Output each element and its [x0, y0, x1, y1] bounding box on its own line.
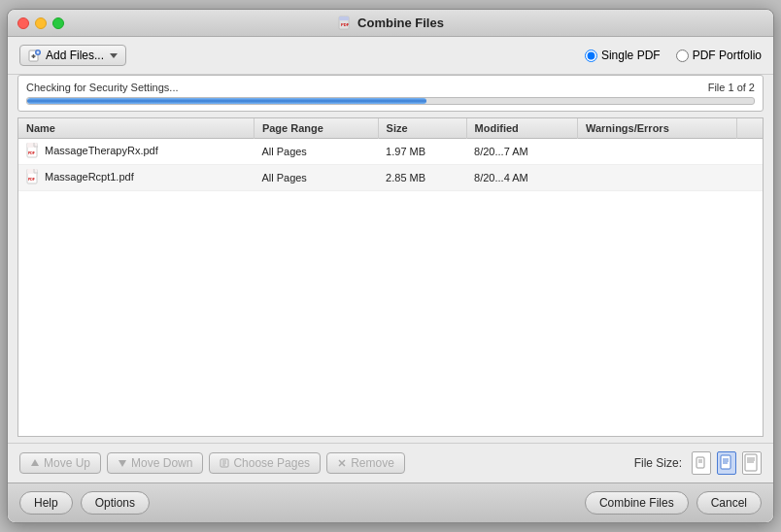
cell-page-range: All Pages [254, 139, 378, 165]
choose-pages-icon [220, 458, 229, 468]
progress-status: Checking for Security Settings... [26, 82, 179, 93]
pdf-file-icon: PDF [26, 169, 40, 184]
footer-left-buttons: Help Options [19, 491, 150, 515]
cell-name: PDF MassageRcpt1.pdf [18, 165, 254, 191]
action-buttons-group: Move Up Move Down Choose Pages [19, 452, 405, 474]
add-files-label: Add Files... [46, 49, 104, 62]
size-large-button[interactable] [742, 451, 762, 475]
add-files-dropdown-arrow[interactable] [110, 53, 118, 58]
svg-marker-15 [31, 459, 39, 466]
cancel-button[interactable]: Cancel [696, 491, 762, 515]
footer-right-buttons: Combine Files Cancel [585, 491, 762, 515]
progress-header: Checking for Security Settings... File 1… [26, 82, 755, 93]
title-bar: PDF Combine Files [8, 10, 773, 37]
col-name[interactable]: Name [18, 118, 254, 139]
file-table-container[interactable]: Name Page Range Size Modified Warnings/E… [17, 117, 764, 437]
cell-modified: 8/20...7 AM [466, 139, 577, 165]
progress-bar-container [26, 97, 755, 105]
move-down-button[interactable]: Move Down [107, 452, 203, 474]
col-extra [737, 118, 763, 139]
size-medium-button[interactable] [717, 451, 736, 475]
col-warnings[interactable]: Warnings/Errors [577, 118, 736, 139]
output-type-group: Single PDF PDF Portfolio [585, 49, 762, 62]
table-row[interactable]: PDF MassageTherapyRx.pdf All Pages1.97 M… [18, 139, 763, 165]
cell-size: 1.97 MB [378, 139, 466, 165]
file-size-label: File Size: [634, 456, 682, 470]
main-window: PDF Combine Files Add Files... Single PD… [7, 9, 774, 523]
single-pdf-label: Single PDF [601, 49, 661, 62]
action-bar: Move Up Move Down Choose Pages [8, 443, 773, 482]
maximize-button[interactable] [52, 17, 64, 29]
window-title: Combine Files [357, 16, 444, 30]
col-modified[interactable]: Modified [466, 118, 577, 139]
cell-size: 2.85 MB [378, 165, 466, 191]
pdf-file-icon: PDF [26, 143, 40, 158]
svg-rect-26 [721, 455, 730, 469]
traffic-lights [17, 17, 64, 29]
choose-pages-button[interactable]: Choose Pages [209, 452, 321, 474]
pdf-portfolio-label: PDF Portfolio [693, 49, 762, 62]
cell-modified: 8/20...4 AM [466, 165, 577, 191]
cell-extra [737, 139, 763, 165]
cell-extra [737, 165, 763, 191]
move-up-icon [30, 458, 40, 468]
svg-text:PDF: PDF [28, 151, 36, 155]
size-medium-icon [720, 454, 733, 472]
progress-area: Checking for Security Settings... File 1… [17, 75, 764, 112]
pdf-portfolio-radio[interactable] [676, 50, 689, 62]
cell-page-range: All Pages [254, 165, 378, 191]
table-header-row: Name Page Range Size Modified Warnings/E… [18, 118, 763, 139]
move-up-button[interactable]: Move Up [19, 452, 101, 474]
col-size[interactable]: Size [378, 118, 466, 139]
single-pdf-option[interactable]: Single PDF [585, 49, 661, 62]
svg-rect-1 [339, 17, 349, 20]
options-button[interactable]: Options [81, 491, 150, 515]
toolbar: Add Files... Single PDF PDF Portfolio [8, 37, 773, 75]
size-small-button[interactable] [692, 451, 711, 475]
svg-text:PDF: PDF [28, 178, 36, 182]
move-down-icon [118, 458, 127, 468]
svg-marker-16 [119, 460, 126, 467]
size-small-icon [696, 455, 707, 471]
pdf-portfolio-option[interactable]: PDF Portfolio [676, 49, 762, 62]
file-size-group: File Size: [634, 451, 762, 475]
col-page-range[interactable]: Page Range [254, 118, 378, 139]
file-info: File 1 of 2 [708, 82, 755, 93]
pdf-file-name: PDF MassageRcpt1.pdf [26, 169, 134, 184]
cell-warnings [577, 139, 736, 165]
close-button[interactable] [17, 17, 29, 29]
pdf-file-name: PDF MassageTherapyRx.pdf [26, 143, 158, 158]
progress-bar-fill [27, 98, 426, 104]
remove-icon [337, 458, 347, 468]
combine-files-button[interactable]: Combine Files [585, 491, 689, 515]
cell-warnings [577, 165, 736, 191]
footer-bar: Help Options Combine Files Cancel [8, 482, 773, 522]
size-large-icon [744, 453, 760, 473]
help-button[interactable]: Help [19, 491, 73, 515]
file-table: Name Page Range Size Modified Warnings/E… [18, 118, 763, 191]
cell-name: PDF MassageTherapyRx.pdf [18, 139, 254, 165]
single-pdf-radio[interactable] [585, 50, 597, 62]
remove-button[interactable]: Remove [326, 452, 405, 474]
add-icon [28, 49, 42, 62]
window-title-area: PDF Combine Files [337, 16, 444, 31]
table-row[interactable]: PDF MassageRcpt1.pdf All Pages2.85 MB8/2… [18, 165, 763, 191]
minimize-button[interactable] [35, 17, 47, 29]
add-files-button[interactable]: Add Files... [19, 45, 126, 66]
window-icon: PDF [337, 16, 353, 31]
svg-text:PDF: PDF [341, 22, 350, 27]
